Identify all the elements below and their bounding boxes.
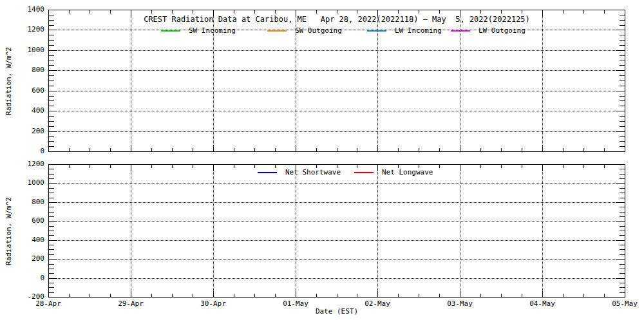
x-minor-tick: [193, 294, 193, 297]
x-minor-tick: [254, 294, 255, 297]
x-minor-tick: [357, 165, 357, 168]
y-tick-label: 0: [0, 274, 44, 282]
y-minor-tick: [620, 80, 625, 81]
y-tick-label: 400: [0, 107, 44, 115]
y-major-tick: [49, 30, 57, 30]
x-minor-tick: [439, 165, 440, 168]
y-minor-tick: [49, 35, 54, 35]
y-major-tick: [49, 111, 57, 111]
x-minor-tick: [501, 148, 502, 151]
y-minor-tick: [620, 169, 625, 169]
x-minor-tick: [419, 294, 419, 297]
y-tick-label: 1400: [0, 6, 44, 14]
y-major-tick: [49, 50, 57, 51]
y-minor-tick: [49, 15, 54, 15]
x-gridline: [296, 164, 296, 298]
radiation-chart-figure: CREST Radiation Data at Caribou, ME Apr …: [0, 0, 644, 322]
y-minor-tick: [49, 264, 54, 265]
x-minor-tick: [337, 294, 337, 297]
x-minor-tick: [522, 148, 522, 151]
x-minor-tick: [604, 294, 605, 297]
net-longwave-legend-label: Net Longwave: [382, 168, 433, 177]
x-minor-tick: [90, 165, 90, 168]
x-minor-tick: [522, 294, 522, 297]
x-minor-tick: [90, 148, 90, 151]
x-major-tick: [542, 165, 543, 171]
y-minor-tick: [620, 45, 625, 46]
x-major-tick: [460, 10, 460, 16]
x-major-tick: [131, 165, 131, 171]
y-gridline: [48, 111, 625, 111]
x-major-tick: [131, 10, 131, 16]
y-minor-tick: [620, 269, 625, 269]
y-minor-tick: [49, 136, 54, 137]
x-minor-tick: [398, 294, 399, 297]
x-major-tick: [377, 146, 378, 151]
lw-outgoing-legend-line: [451, 30, 470, 32]
x-minor-tick: [604, 10, 605, 14]
y-tick-label: 400: [0, 236, 44, 244]
y-minor-tick: [49, 245, 54, 245]
net-shortwave-legend-label: Net Shortwave: [285, 168, 341, 177]
x-major-tick: [542, 291, 543, 297]
x-minor-tick: [254, 10, 255, 14]
y-minor-tick: [49, 86, 54, 86]
y-minor-tick: [49, 61, 54, 61]
y-gridline: [48, 91, 625, 91]
y-minor-tick: [620, 15, 625, 15]
y-minor-tick: [49, 231, 54, 231]
y-major-tick: [616, 202, 625, 203]
y-major-tick: [616, 111, 625, 111]
y-minor-tick: [620, 75, 625, 76]
y-major-tick: [616, 131, 625, 132]
x-gridline: [542, 10, 543, 152]
y-minor-tick: [620, 198, 625, 198]
x-gridline: [213, 164, 214, 298]
x-major-tick: [213, 146, 214, 151]
lw-outgoing-legend-label: LW Outgoing: [478, 26, 526, 35]
x-minor-tick: [90, 10, 90, 14]
x-minor-tick: [357, 148, 357, 151]
y-minor-tick: [49, 249, 54, 250]
x-minor-tick: [90, 294, 90, 297]
sw-incoming-legend-line: [161, 30, 180, 32]
x-minor-tick: [563, 148, 564, 151]
y-major-tick: [49, 259, 57, 260]
y-tick-label: 600: [0, 217, 44, 225]
x-gridline: [131, 164, 131, 298]
x-minor-tick: [480, 10, 481, 14]
y-gridline: [48, 50, 625, 51]
y-major-tick: [616, 240, 625, 241]
sw-incoming-legend-label: SW Incoming: [189, 26, 236, 35]
x-minor-tick: [234, 165, 234, 168]
y-minor-tick: [620, 35, 625, 35]
y-minor-tick: [49, 40, 54, 41]
x-gridline: [131, 10, 131, 152]
x-major-tick: [131, 146, 131, 151]
x-minor-tick: [480, 294, 481, 297]
y-minor-tick: [620, 188, 625, 189]
x-minor-tick: [275, 294, 276, 297]
x-minor-tick: [193, 165, 193, 168]
x-axis-label: Date (EST): [48, 307, 625, 316]
x-minor-tick: [583, 148, 584, 151]
x-major-tick: [460, 165, 460, 171]
x-major-tick: [377, 165, 378, 171]
x-minor-tick: [439, 10, 440, 14]
y-minor-tick: [49, 116, 54, 117]
y-minor-tick: [49, 146, 54, 147]
y-minor-tick: [49, 126, 54, 127]
y-tick-label: 1000: [0, 46, 44, 54]
x-major-tick: [296, 291, 296, 297]
plot-border-bottom: [48, 164, 625, 298]
x-minor-tick: [193, 148, 193, 151]
x-minor-tick: [275, 10, 276, 14]
x-minor-tick: [151, 294, 152, 297]
y-tick-label: 200: [0, 255, 44, 263]
y-minor-tick: [620, 86, 625, 86]
x-minor-tick: [172, 10, 173, 14]
y-major-tick: [616, 50, 625, 51]
y-minor-tick: [620, 249, 625, 250]
x-minor-tick: [193, 10, 193, 14]
y-minor-tick: [620, 61, 625, 61]
